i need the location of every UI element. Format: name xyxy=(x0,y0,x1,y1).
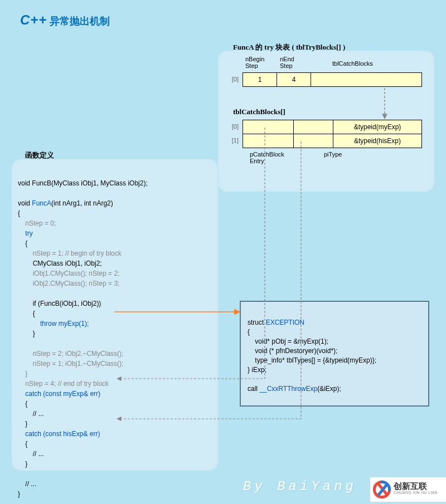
code-l26: catch (const hisExp& err) xyxy=(18,430,100,438)
code-l23: { xyxy=(18,400,27,408)
catch0-c1 xyxy=(293,120,333,134)
code-l14: { xyxy=(18,310,35,317)
catch1-c0 xyxy=(243,134,294,148)
code-l13: if (FuncB(iObj1, iObj2)) xyxy=(18,300,101,307)
code-l19: nStep = 1; iObj1.~CMyClass(); xyxy=(18,360,123,368)
catch-idx-1: [1] xyxy=(226,137,239,144)
code-l25: } xyxy=(18,420,27,428)
code-l03a: void xyxy=(18,199,32,207)
cell-catchptr xyxy=(311,72,422,87)
footer-credit: By BaiYang xyxy=(243,479,357,494)
tryblocks-title: FuncA 的 try 块表 ( tblTryBlocks[] ) xyxy=(233,42,345,52)
code-l09: CMyClass iObj1, iObj2; xyxy=(18,260,102,267)
func-title: 函数定义 xyxy=(25,150,54,160)
exc-l4: void (* pfnDestoryer)(void*); xyxy=(248,347,337,355)
exc-l1b: EXCEPTION xyxy=(266,319,304,326)
catch-row-1: &typeid(hisExp) xyxy=(243,134,422,148)
exc-l5: type_info* tblTypes[] = {&typeid(myExp)}… xyxy=(248,356,376,364)
catch0-c0 xyxy=(243,120,294,134)
code-l08: nStep = 1; // begin of try block xyxy=(18,249,122,257)
code-l06: try xyxy=(18,229,33,237)
code-l15b: throw myExp(1); xyxy=(40,320,89,327)
code-l22: catch (const myExp& err) xyxy=(18,390,100,398)
code-l03c: (int nArg1, int nArg2) xyxy=(51,199,113,207)
code-l16: } xyxy=(18,330,35,337)
exc-l8a: call xyxy=(248,385,259,393)
cell-nend: 4 xyxy=(277,72,311,87)
code-l20: } xyxy=(18,370,27,378)
code-l15a xyxy=(18,320,40,327)
catchblocks-title: tblCatchBlocks[] xyxy=(233,107,285,116)
tryblocks-idx-0: [0] xyxy=(226,76,239,82)
code-l29: } xyxy=(18,460,27,468)
exc-l1a: struct xyxy=(248,319,266,326)
exc-l8b: __CxxRTThrowExp xyxy=(259,385,317,393)
hdr-nend: nEnd Step xyxy=(280,56,294,69)
exc-l3: void* pObj = &myExp(1); xyxy=(248,337,328,345)
code-l32: } xyxy=(18,490,20,498)
catch1-c2: &typeid(hisExp) xyxy=(333,134,422,148)
code-l28: // ... xyxy=(18,450,44,458)
lbl-pcatch: pCatchBlock Entry xyxy=(250,151,284,164)
catch-idx-0: [0] xyxy=(226,123,239,130)
code-l18: nStep = 2; iObj2.~CMyClass(); xyxy=(18,350,123,358)
catch1-c1 xyxy=(293,134,333,148)
catch0-c2: &typeid(myExp) xyxy=(333,120,422,134)
title-cpp: C++ xyxy=(20,12,47,27)
code-l01: void FuncB(MyClass iObj1, MyClass iObj2)… xyxy=(18,179,148,187)
logo-line1: 创新互联 xyxy=(394,483,438,490)
exc-l8c: (&iExp); xyxy=(317,385,341,393)
exc-l6: } iExp; xyxy=(248,366,266,374)
code-l11: iObj2.CMyClass(); nStep = 3; xyxy=(18,280,119,287)
code-l03b: FuncA xyxy=(32,199,51,207)
logo-box: 创新互联 CHUANG XIN HU LIAN xyxy=(370,477,446,502)
code-l05: nStep = 0; xyxy=(18,219,56,227)
hdr-nbegin: nBegin Step xyxy=(245,56,264,69)
code-l21: nStep = 4; // end of try block xyxy=(18,380,109,388)
code-l04: { xyxy=(18,209,20,217)
catch-row-0: &typeid(myExp) xyxy=(243,120,422,134)
logo-text: 创新互联 CHUANG XIN HU LIAN xyxy=(394,483,438,496)
code-l07: { xyxy=(18,239,27,247)
title-rest: 异常抛出机制 xyxy=(47,16,110,27)
tryblocks-row-0: 1 4 xyxy=(243,72,422,87)
logo-line2: CHUANG XIN HU LIAN xyxy=(394,490,438,496)
exc-l2: { xyxy=(248,328,250,336)
lbl-pitype: piType xyxy=(324,151,342,158)
code-l27: { xyxy=(18,440,27,448)
code-block: void FuncB(MyClass iObj1, MyClass iObj2)… xyxy=(18,168,213,499)
hdr-catchblocks: tblCatchBlocks xyxy=(332,60,373,67)
exception-struct-box: struct EXCEPTION { void* pObj = &myExp(1… xyxy=(240,301,429,407)
code-l24: // ... xyxy=(18,410,44,418)
tryblocks-table: nBegin Step nEnd Step tblCatchBlocks [0]… xyxy=(226,56,427,100)
code-l10: iObj1.CMyClass(); nStep = 2; xyxy=(18,270,119,277)
page-title: C++ 异常抛出机制 xyxy=(20,12,110,28)
code-l31: // ... xyxy=(18,480,36,488)
cell-nbegin: 1 xyxy=(243,72,277,87)
logo-icon xyxy=(372,480,391,499)
